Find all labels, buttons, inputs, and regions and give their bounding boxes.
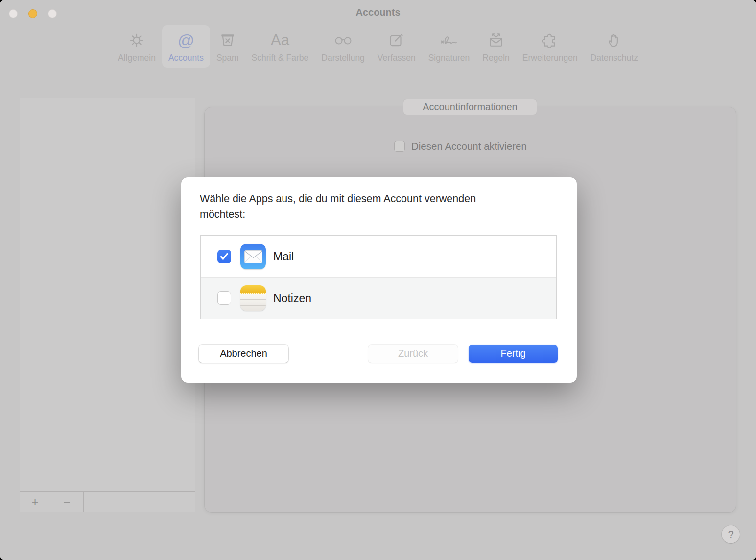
toolbar-label: Schrift & Farbe: [252, 53, 309, 63]
toolbar-label: Spam: [216, 53, 239, 63]
account-actions-spacer: [84, 492, 195, 512]
app-row-notizen[interactable]: Notizen: [201, 277, 556, 319]
app-label: Mail: [273, 250, 294, 263]
hand-icon: [606, 28, 622, 52]
question-mark-icon: ?: [728, 528, 733, 541]
account-list[interactable]: + −: [20, 98, 195, 512]
mail-app-icon: [240, 244, 266, 269]
fonts-icon: Aa: [271, 28, 289, 52]
notes-checkbox[interactable]: [217, 291, 231, 305]
done-button[interactable]: Fertig: [469, 345, 558, 363]
app-label: Notizen: [273, 292, 311, 305]
toolbar-item-schrift-farbe[interactable]: Aa Schrift & Farbe: [245, 25, 315, 68]
add-account-button[interactable]: +: [20, 492, 50, 512]
rules-icon: [488, 28, 504, 52]
settings-toolbar: Allgemein @ Accounts Spam Aa Schrift & F…: [0, 25, 756, 68]
toolbar-label: Darstellung: [321, 53, 365, 63]
enable-account-label: Diesen Account aktivieren: [411, 140, 527, 152]
checkmark-icon: [220, 253, 229, 260]
remove-account-button[interactable]: −: [50, 492, 84, 512]
toolbar-item-accounts[interactable]: @ Accounts: [162, 25, 210, 68]
dialog-title: Wähle die Apps aus, die du mit diesem Ac…: [200, 191, 494, 222]
enable-account-row: Diesen Account aktivieren: [394, 140, 527, 152]
window-title: Accounts: [0, 7, 756, 18]
notes-app-icon: [240, 285, 266, 311]
puzzle-icon: [541, 28, 559, 52]
cancel-button[interactable]: Abbrechen: [199, 345, 288, 363]
back-button[interactable]: Zurück: [368, 345, 458, 363]
account-list-actions: + −: [20, 491, 195, 512]
trash-icon: [219, 28, 236, 52]
tab-accountinformationen[interactable]: Accountinformationen: [403, 99, 537, 115]
notes-icon-band: [240, 285, 266, 294]
signature-icon: [439, 28, 459, 52]
notes-icon-line: [240, 299, 266, 300]
toolbar-label: Erweiterungen: [522, 53, 578, 63]
compose-icon: [388, 28, 405, 52]
mail-settings-window: Accounts Allgemein @ Accounts: [0, 0, 756, 560]
window-chrome: Accounts Allgemein @ Accounts: [0, 0, 756, 76]
at-icon: @: [178, 28, 195, 52]
gear-icon: [128, 28, 145, 52]
toolbar-item-regeln[interactable]: Regeln: [476, 25, 516, 68]
toolbar-label: Regeln: [482, 53, 509, 63]
toolbar-label: Datenschutz: [591, 53, 638, 63]
toolbar-item-allgemein[interactable]: Allgemein: [112, 25, 162, 68]
toolbar-label: Allgemein: [118, 53, 156, 63]
toolbar-label: Verfassen: [378, 53, 416, 63]
toolbar-item-datenschutz[interactable]: Datenschutz: [584, 25, 644, 68]
toolbar-item-signaturen[interactable]: Signaturen: [422, 25, 476, 68]
app-selection-dialog: Wähle die Apps aus, die du mit diesem Ac…: [181, 177, 577, 383]
toolbar-item-spam[interactable]: Spam: [210, 25, 245, 68]
enable-account-checkbox[interactable]: [394, 141, 405, 152]
toolbar-item-darstellung[interactable]: Darstellung: [315, 25, 371, 68]
app-row-mail[interactable]: Mail: [201, 236, 556, 277]
mail-checkbox[interactable]: [217, 250, 231, 263]
notes-icon-line: [240, 305, 266, 306]
toolbar-item-verfassen[interactable]: Verfassen: [371, 25, 422, 68]
toolbar-item-erweiterungen[interactable]: Erweiterungen: [516, 25, 584, 68]
glasses-icon: [333, 28, 353, 52]
app-list: Mail Notizen: [200, 235, 557, 319]
toolbar-label: Accounts: [168, 53, 204, 63]
toolbar-label: Signaturen: [428, 53, 470, 63]
help-button[interactable]: ?: [722, 525, 740, 543]
